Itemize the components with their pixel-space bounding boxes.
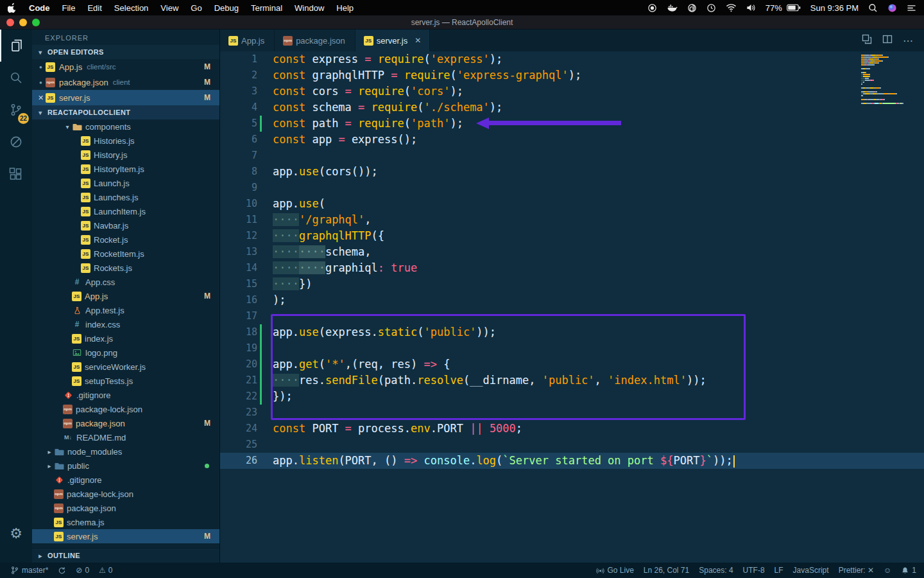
tab-package.json[interactable]: npmpackage.json <box>275 30 355 51</box>
tab-App.js[interactable]: JSApp.js <box>220 30 275 51</box>
tree-item-server.js[interactable]: JSserver.jsM <box>32 529 219 543</box>
docker-icon[interactable] <box>667 3 678 12</box>
code-line-23[interactable]: 23 <box>220 405 924 421</box>
record-circle-icon[interactable] <box>647 3 657 13</box>
tree-item-public[interactable]: ▸public <box>32 459 219 473</box>
menu-clock[interactable]: Sun 9:36 PM <box>810 3 859 13</box>
code-line-11[interactable]: 11····'/graphql', <box>220 212 924 228</box>
tree-item-setupTests.js[interactable]: JSsetupTests.js <box>32 374 219 388</box>
minimize-window-button[interactable] <box>19 19 27 26</box>
open-changes-icon[interactable] <box>862 34 872 47</box>
tree-item-RocketItem.js[interactable]: JSRocketItem.js <box>32 247 219 261</box>
open-editor-App.js[interactable]: ●JSApp.jsclient/srcM <box>32 59 219 74</box>
menu-item-view[interactable]: View <box>160 3 178 13</box>
more-actions-icon[interactable]: ⋯ <box>903 35 914 47</box>
code-line-19[interactable]: 19 <box>220 340 924 356</box>
code-line-25[interactable]: 25 <box>220 437 924 453</box>
menu-item-code[interactable]: Code <box>29 3 50 13</box>
menu-item-help[interactable]: Help <box>336 3 354 13</box>
code-line-8[interactable]: 8app.use(cors()); <box>220 164 924 180</box>
status-sync[interactable] <box>58 566 66 575</box>
swirl-icon[interactable] <box>687 3 697 13</box>
code-line-1[interactable]: 1const express = require('express'); <box>220 51 924 67</box>
open-editors-header[interactable]: ▾ OPEN EDITORS <box>32 45 219 59</box>
code-line-26[interactable]: 26app.listen(PORT, () => console.log(`Se… <box>220 453 924 469</box>
menu-item-terminal[interactable]: Terminal <box>251 3 282 13</box>
tree-item-README.md[interactable]: M↓README.md <box>32 430 219 444</box>
volume-icon[interactable] <box>746 3 756 12</box>
code-line-12[interactable]: 12····graphqlHTTP({ <box>220 228 924 244</box>
status-bell[interactable]: 1 <box>901 566 916 575</box>
status-ln-26-col-71[interactable]: Ln 26, Col 71 <box>644 566 689 575</box>
tree-item-package.json[interactable]: npmpackage.jsonM <box>32 416 219 430</box>
close-icon[interactable]: ✕ <box>36 94 46 102</box>
tree-item-App.css[interactable]: #App.css <box>32 275 219 289</box>
status-error[interactable]: ⊘0 <box>76 566 89 575</box>
code-line-17[interactable]: 17 <box>220 308 924 324</box>
code-editor[interactable]: 1const express = require('express');2con… <box>220 51 924 563</box>
debug-icon[interactable] <box>0 126 32 158</box>
tree-item-Launch.js[interactable]: JSLaunch.js <box>32 176 219 190</box>
menu-item-window[interactable]: Window <box>295 3 324 13</box>
outline-header[interactable]: ▸ OUTLINE <box>32 548 219 563</box>
status-warning[interactable]: ⚠0 <box>99 566 112 575</box>
minimap[interactable] <box>861 55 919 105</box>
code-line-10[interactable]: 10app.use( <box>220 196 924 212</box>
time-machine-icon[interactable] <box>706 3 716 13</box>
open-editor-server.js[interactable]: ✕JSserver.jsM <box>32 90 219 105</box>
wifi-icon[interactable] <box>726 3 737 12</box>
tree-item-Launches.js[interactable]: JSLaunches.js <box>32 190 219 204</box>
code-line-15[interactable]: 15····}) <box>220 276 924 292</box>
tree-item-History.js[interactable]: JSHistory.js <box>32 148 219 162</box>
source-control-icon[interactable]: 22 <box>0 94 32 126</box>
status-branch[interactable]: master* <box>10 566 48 575</box>
tree-item-package-lock.json[interactable]: npmpackage-lock.json <box>32 402 219 416</box>
tree-item-HistoryItem.js[interactable]: JSHistoryItem.js <box>32 162 219 176</box>
tree-item-index.js[interactable]: JSindex.js <box>32 331 219 346</box>
split-editor-icon[interactable] <box>882 34 893 47</box>
open-editor-package.json[interactable]: ●npmpackage.jsonclientM <box>32 74 219 90</box>
code-line-2[interactable]: 2const graphqlHTTP = require('express-gr… <box>220 67 924 83</box>
tree-item-Rockets.js[interactable]: JSRockets.js <box>32 261 219 275</box>
code-line-22[interactable]: 22}); <box>220 389 924 405</box>
status-broadcast[interactable]: Go Live <box>596 566 633 575</box>
menu-item-selection[interactable]: Selection <box>114 3 148 13</box>
close-icon[interactable]: ✕ <box>415 36 421 45</box>
code-line-20[interactable]: 20app.get('*',(req, res) => { <box>220 356 924 372</box>
status-lf[interactable]: LF <box>774 566 783 575</box>
status-spaces-4[interactable]: Spaces: 4 <box>699 566 733 575</box>
menu-item-debug[interactable]: Debug <box>214 3 239 13</box>
tree-item-logo.png[interactable]: logo.png <box>32 346 219 360</box>
tree-item-.gitignore[interactable]: .gitignore <box>32 473 219 487</box>
status-utf-8[interactable]: UTF-8 <box>743 566 765 575</box>
menu-item-go[interactable]: Go <box>191 3 201 13</box>
code-line-18[interactable]: 18app.use(express.static('public')); <box>220 324 924 340</box>
menu-item-edit[interactable]: Edit <box>87 3 101 13</box>
tree-item-Rocket.js[interactable]: JSRocket.js <box>32 232 219 247</box>
status-javascript[interactable]: JavaScript <box>793 566 829 575</box>
tree-item-node_modules[interactable]: ▸node_modules <box>32 444 219 459</box>
tree-item-App.test.js[interactable]: App.test.js <box>32 303 219 317</box>
status-smiley[interactable]: ☺ <box>884 566 891 575</box>
tree-item-schema.js[interactable]: JSschema.js <box>32 515 219 529</box>
code-line-5[interactable]: 5const path = require('path'); <box>220 116 924 132</box>
tree-item-.gitignore[interactable]: .gitignore <box>32 388 219 402</box>
menu-item-file[interactable]: File <box>62 3 76 13</box>
extensions-icon[interactable] <box>0 158 32 190</box>
zoom-window-button[interactable] <box>32 19 40 26</box>
code-line-4[interactable]: 4const schema = require('./schema'); <box>220 100 924 116</box>
siri-icon[interactable] <box>887 3 897 13</box>
tree-item-index.css[interactable]: #index.css <box>32 317 219 331</box>
close-window-button[interactable] <box>6 19 14 26</box>
code-line-14[interactable]: 14········graphiql: true <box>220 260 924 276</box>
code-line-7[interactable]: 7 <box>220 148 924 164</box>
code-line-6[interactable]: 6const app = express(); <box>220 132 924 148</box>
tree-item-package.json[interactable]: npmpackage.json <box>32 501 219 515</box>
code-line-13[interactable]: 13········schema, <box>220 244 924 260</box>
code-line-9[interactable]: 9 <box>220 180 924 196</box>
settings-gear-icon[interactable]: ⚙ <box>0 518 32 550</box>
apple-icon[interactable] <box>8 3 17 13</box>
status-prettier-[interactable]: Prettier: ✕ <box>839 566 874 575</box>
spotlight-icon[interactable] <box>868 3 878 13</box>
battery-indicator[interactable]: 77% <box>766 3 801 13</box>
